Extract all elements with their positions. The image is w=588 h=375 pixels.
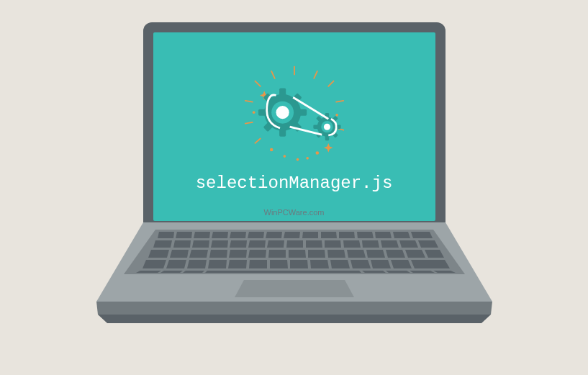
svg-rect-19 [279, 129, 286, 137]
svg-marker-82 [366, 250, 385, 258]
svg-marker-58 [192, 240, 209, 248]
svg-line-3 [255, 81, 260, 86]
svg-marker-74 [209, 250, 227, 258]
svg-marker-41 [158, 232, 174, 238]
svg-marker-57 [173, 240, 191, 248]
svg-marker-66 [343, 240, 361, 248]
svg-line-9 [255, 139, 260, 143]
svg-marker-52 [357, 232, 374, 238]
svg-marker-60 [230, 240, 247, 248]
gears-icon [222, 60, 366, 168]
svg-marker-69 [399, 240, 418, 248]
svg-point-13 [306, 157, 309, 160]
svg-marker-75 [229, 250, 247, 258]
svg-marker-90 [228, 260, 247, 268]
svg-marker-62 [267, 240, 284, 248]
svg-marker-56 [153, 240, 172, 248]
svg-marker-72 [170, 250, 189, 258]
svg-marker-88 [187, 260, 207, 268]
svg-marker-110 [98, 315, 491, 323]
svg-marker-108 [235, 280, 354, 297]
svg-marker-109 [96, 302, 492, 315]
laptop-screen-frame: selectionManager.js WinPCWare.com [143, 22, 445, 231]
svg-marker-79 [308, 250, 325, 258]
svg-marker-100 [136, 271, 161, 273]
svg-point-11 [315, 151, 319, 155]
svg-line-1 [271, 71, 275, 78]
svg-point-38 [323, 124, 330, 130]
svg-marker-95 [330, 260, 350, 268]
svg-marker-59 [211, 240, 228, 248]
svg-marker-63 [286, 240, 303, 248]
svg-point-14 [296, 158, 299, 161]
svg-line-2 [314, 71, 317, 78]
svg-marker-51 [339, 232, 355, 238]
svg-marker-91 [249, 260, 267, 268]
svg-marker-102 [183, 271, 204, 273]
svg-marker-93 [290, 260, 308, 268]
svg-marker-77 [268, 250, 286, 258]
svg-rect-21 [299, 109, 307, 116]
svg-marker-49 [302, 232, 318, 238]
svg-marker-97 [371, 260, 391, 268]
laptop-illustration: selectionManager.js WinPCWare.com [89, 22, 499, 353]
svg-marker-99 [411, 260, 450, 268]
svg-marker-101 [160, 271, 183, 273]
svg-marker-80 [327, 250, 345, 258]
svg-marker-50 [321, 232, 337, 238]
svg-point-15 [252, 111, 255, 114]
svg-marker-89 [208, 260, 227, 268]
svg-marker-46 [248, 232, 264, 238]
svg-marker-94 [310, 260, 329, 268]
svg-marker-103 [205, 271, 361, 273]
svg-marker-96 [350, 260, 371, 268]
svg-marker-87 [166, 260, 186, 268]
svg-marker-55 [411, 232, 433, 238]
svg-marker-45 [230, 232, 246, 238]
svg-marker-105 [386, 271, 410, 273]
svg-marker-65 [325, 240, 341, 248]
svg-marker-92 [270, 260, 288, 268]
laptop-base [89, 222, 499, 316]
svg-marker-71 [148, 250, 169, 258]
svg-marker-76 [248, 250, 266, 258]
svg-point-12 [283, 155, 286, 158]
watermark-text: WinPCWare.com [264, 208, 325, 217]
svg-marker-54 [393, 232, 410, 238]
svg-marker-78 [289, 250, 306, 258]
svg-marker-42 [176, 232, 192, 238]
svg-marker-61 [248, 240, 266, 248]
svg-marker-83 [386, 250, 405, 258]
svg-rect-18 [279, 89, 286, 96]
svg-marker-44 [212, 232, 228, 238]
svg-line-4 [328, 81, 333, 86]
svg-marker-98 [391, 260, 412, 268]
svg-rect-20 [258, 109, 266, 116]
filename-label: selectionManager.js [196, 173, 393, 193]
svg-marker-53 [375, 232, 392, 238]
svg-point-27 [276, 106, 289, 119]
svg-marker-48 [284, 232, 300, 238]
svg-marker-67 [362, 240, 379, 248]
svg-marker-73 [189, 250, 208, 258]
svg-marker-68 [381, 240, 399, 248]
svg-marker-104 [362, 271, 386, 273]
svg-point-16 [335, 114, 338, 117]
svg-line-5 [245, 101, 252, 102]
svg-marker-86 [143, 260, 166, 268]
svg-rect-31 [313, 125, 318, 128]
svg-line-6 [336, 101, 343, 102]
svg-marker-47 [266, 232, 282, 238]
svg-marker-81 [347, 250, 366, 258]
svg-marker-64 [306, 240, 322, 248]
laptop-screen: selectionManager.js WinPCWare.com [153, 32, 435, 221]
svg-marker-43 [194, 232, 210, 238]
svg-point-10 [269, 148, 273, 152]
svg-marker-106 [410, 271, 435, 273]
svg-rect-30 [325, 135, 328, 140]
svg-line-7 [245, 122, 252, 124]
